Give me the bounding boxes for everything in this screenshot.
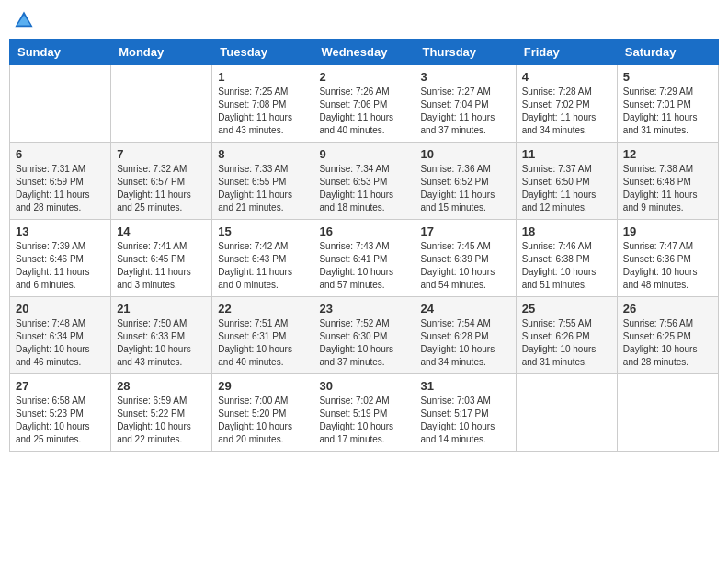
page: SundayMondayTuesdayWednesdayThursdayFrid… <box>0 0 728 563</box>
calendar-cell: 12Sunrise: 7:38 AMSunset: 6:48 PMDayligh… <box>617 143 718 220</box>
calendar-cell: 23Sunrise: 7:52 AMSunset: 6:30 PMDayligh… <box>313 297 415 374</box>
day-info: Sunrise: 7:28 AMSunset: 7:02 PMDaylight:… <box>522 86 611 137</box>
calendar-cell <box>111 65 212 143</box>
calendar-header-wednesday: Wednesday <box>313 40 415 65</box>
day-number: 22 <box>218 302 307 316</box>
day-info: Sunrise: 7:03 AMSunset: 5:17 PMDaylight:… <box>421 395 510 446</box>
day-number: 30 <box>319 379 408 393</box>
logo <box>13 9 39 31</box>
calendar-header-saturday: Saturday <box>617 40 718 65</box>
calendar-cell: 28Sunrise: 6:59 AMSunset: 5:22 PMDayligh… <box>111 374 212 452</box>
day-info: Sunrise: 7:34 AMSunset: 6:53 PMDaylight:… <box>319 163 408 214</box>
day-info: Sunrise: 7:33 AMSunset: 6:55 PMDaylight:… <box>218 163 307 214</box>
calendar-cell: 7Sunrise: 7:32 AMSunset: 6:57 PMDaylight… <box>111 143 212 220</box>
calendar-cell: 20Sunrise: 7:48 AMSunset: 6:34 PMDayligh… <box>10 297 111 374</box>
calendar-cell: 6Sunrise: 7:31 AMSunset: 6:59 PMDaylight… <box>10 143 111 220</box>
day-number: 7 <box>117 147 206 161</box>
day-info: Sunrise: 7:56 AMSunset: 6:25 PMDaylight:… <box>623 317 712 369</box>
logo-icon <box>13 9 35 31</box>
calendar-header-row: SundayMondayTuesdayWednesdayThursdayFrid… <box>10 40 719 65</box>
calendar-cell: 18Sunrise: 7:46 AMSunset: 6:38 PMDayligh… <box>516 220 617 297</box>
day-number: 19 <box>623 224 712 238</box>
calendar-cell: 9Sunrise: 7:34 AMSunset: 6:53 PMDaylight… <box>313 143 415 220</box>
calendar-cell: 15Sunrise: 7:42 AMSunset: 6:43 PMDayligh… <box>212 220 313 297</box>
day-number: 26 <box>623 302 712 316</box>
calendar-cell: 24Sunrise: 7:54 AMSunset: 6:28 PMDayligh… <box>415 297 516 374</box>
day-info: Sunrise: 7:55 AMSunset: 6:26 PMDaylight:… <box>522 317 611 369</box>
day-info: Sunrise: 7:27 AMSunset: 7:04 PMDaylight:… <box>421 86 510 137</box>
calendar-week-5: 27Sunrise: 6:58 AMSunset: 5:23 PMDayligh… <box>10 374 719 452</box>
calendar-cell <box>10 65 111 143</box>
day-number: 31 <box>421 379 510 393</box>
calendar-cell: 2Sunrise: 7:26 AMSunset: 7:06 PMDaylight… <box>313 65 415 143</box>
calendar-header-tuesday: Tuesday <box>212 40 313 65</box>
calendar-cell: 11Sunrise: 7:37 AMSunset: 6:50 PMDayligh… <box>516 143 617 220</box>
day-info: Sunrise: 7:25 AMSunset: 7:08 PMDaylight:… <box>218 86 307 137</box>
calendar-header-monday: Monday <box>111 40 212 65</box>
calendar-cell: 25Sunrise: 7:55 AMSunset: 6:26 PMDayligh… <box>516 297 617 374</box>
day-info: Sunrise: 7:31 AMSunset: 6:59 PMDaylight:… <box>16 163 105 214</box>
day-number: 21 <box>117 302 206 316</box>
calendar-cell: 4Sunrise: 7:28 AMSunset: 7:02 PMDaylight… <box>516 65 617 143</box>
calendar-cell: 21Sunrise: 7:50 AMSunset: 6:33 PMDayligh… <box>111 297 212 374</box>
calendar-header-friday: Friday <box>516 40 617 65</box>
day-number: 16 <box>319 224 408 238</box>
day-info: Sunrise: 6:58 AMSunset: 5:23 PMDaylight:… <box>16 395 105 446</box>
day-info: Sunrise: 7:51 AMSunset: 6:31 PMDaylight:… <box>218 317 307 369</box>
calendar-cell: 19Sunrise: 7:47 AMSunset: 6:36 PMDayligh… <box>617 220 718 297</box>
day-number: 9 <box>319 147 408 161</box>
calendar-cell <box>617 374 718 452</box>
day-info: Sunrise: 7:41 AMSunset: 6:45 PMDaylight:… <box>117 240 206 292</box>
calendar-cell: 17Sunrise: 7:45 AMSunset: 6:39 PMDayligh… <box>415 220 516 297</box>
day-number: 13 <box>16 224 105 238</box>
day-number: 25 <box>522 302 611 316</box>
day-number: 18 <box>522 224 611 238</box>
calendar-cell: 5Sunrise: 7:29 AMSunset: 7:01 PMDaylight… <box>617 65 718 143</box>
day-number: 2 <box>319 70 408 84</box>
header <box>9 9 719 31</box>
day-info: Sunrise: 7:48 AMSunset: 6:34 PMDaylight:… <box>16 317 105 369</box>
calendar-cell: 3Sunrise: 7:27 AMSunset: 7:04 PMDaylight… <box>415 65 516 143</box>
day-info: Sunrise: 7:43 AMSunset: 6:41 PMDaylight:… <box>319 240 408 292</box>
calendar-cell <box>516 374 617 452</box>
day-info: Sunrise: 7:45 AMSunset: 6:39 PMDaylight:… <box>421 240 510 292</box>
calendar-header-thursday: Thursday <box>415 40 516 65</box>
day-info: Sunrise: 7:29 AMSunset: 7:01 PMDaylight:… <box>623 86 712 137</box>
day-info: Sunrise: 7:52 AMSunset: 6:30 PMDaylight:… <box>319 317 408 369</box>
day-info: Sunrise: 7:32 AMSunset: 6:57 PMDaylight:… <box>117 163 206 214</box>
day-info: Sunrise: 6:59 AMSunset: 5:22 PMDaylight:… <box>117 395 206 446</box>
day-number: 1 <box>218 70 307 84</box>
day-number: 24 <box>421 302 510 316</box>
day-info: Sunrise: 7:37 AMSunset: 6:50 PMDaylight:… <box>522 163 611 214</box>
day-number: 6 <box>16 147 105 161</box>
calendar-week-1: 1Sunrise: 7:25 AMSunset: 7:08 PMDaylight… <box>10 65 719 143</box>
day-number: 4 <box>522 70 611 84</box>
day-number: 28 <box>117 379 206 393</box>
calendar-cell: 29Sunrise: 7:00 AMSunset: 5:20 PMDayligh… <box>212 374 313 452</box>
day-info: Sunrise: 7:47 AMSunset: 6:36 PMDaylight:… <box>623 240 712 292</box>
day-number: 17 <box>421 224 510 238</box>
day-info: Sunrise: 7:00 AMSunset: 5:20 PMDaylight:… <box>218 395 307 446</box>
calendar-cell: 16Sunrise: 7:43 AMSunset: 6:41 PMDayligh… <box>313 220 415 297</box>
day-info: Sunrise: 7:26 AMSunset: 7:06 PMDaylight:… <box>319 86 408 137</box>
day-number: 27 <box>16 379 105 393</box>
day-number: 23 <box>319 302 408 316</box>
calendar-week-3: 13Sunrise: 7:39 AMSunset: 6:46 PMDayligh… <box>10 220 719 297</box>
calendar-cell: 8Sunrise: 7:33 AMSunset: 6:55 PMDaylight… <box>212 143 313 220</box>
day-info: Sunrise: 7:50 AMSunset: 6:33 PMDaylight:… <box>117 317 206 369</box>
calendar-cell: 27Sunrise: 6:58 AMSunset: 5:23 PMDayligh… <box>10 374 111 452</box>
day-info: Sunrise: 7:42 AMSunset: 6:43 PMDaylight:… <box>218 240 307 292</box>
calendar-header-sunday: Sunday <box>10 40 111 65</box>
calendar-cell: 31Sunrise: 7:03 AMSunset: 5:17 PMDayligh… <box>415 374 516 452</box>
day-info: Sunrise: 7:38 AMSunset: 6:48 PMDaylight:… <box>623 163 712 214</box>
day-info: Sunrise: 7:36 AMSunset: 6:52 PMDaylight:… <box>421 163 510 214</box>
calendar-week-2: 6Sunrise: 7:31 AMSunset: 6:59 PMDaylight… <box>10 143 719 220</box>
day-info: Sunrise: 7:39 AMSunset: 6:46 PMDaylight:… <box>16 240 105 292</box>
calendar-cell: 10Sunrise: 7:36 AMSunset: 6:52 PMDayligh… <box>415 143 516 220</box>
calendar: SundayMondayTuesdayWednesdayThursdayFrid… <box>9 39 719 452</box>
day-info: Sunrise: 7:46 AMSunset: 6:38 PMDaylight:… <box>522 240 611 292</box>
calendar-cell: 14Sunrise: 7:41 AMSunset: 6:45 PMDayligh… <box>111 220 212 297</box>
calendar-cell: 1Sunrise: 7:25 AMSunset: 7:08 PMDaylight… <box>212 65 313 143</box>
calendar-week-4: 20Sunrise: 7:48 AMSunset: 6:34 PMDayligh… <box>10 297 719 374</box>
day-number: 8 <box>218 147 307 161</box>
